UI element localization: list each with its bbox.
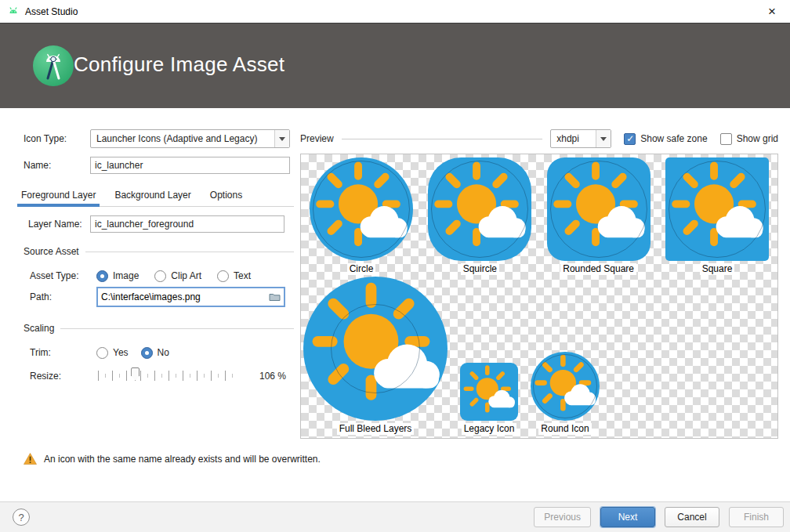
preview-icon-full-bleed: [303, 277, 448, 421]
asset-type-radio-group: Image Clip Art Text: [96, 266, 266, 285]
path-input[interactable]: [98, 291, 265, 302]
radio-trim-no[interactable]: No: [141, 347, 169, 359]
asset-studio-logo: [33, 45, 74, 86]
scaling-section-label: Scaling: [24, 323, 54, 334]
tab-background-layer[interactable]: Background Layer: [111, 186, 194, 207]
close-icon[interactable]: ×: [754, 0, 790, 23]
path-label: Path:: [30, 288, 52, 306]
preview-caption: Square: [700, 263, 735, 275]
preview-tile-squircle: Squircle: [421, 157, 538, 275]
preview-tile-rounded-square: Rounded Square: [540, 157, 658, 275]
footer-bar: ? Previous Next Cancel Finish: [0, 501, 790, 532]
radio-trim-no-control[interactable]: [141, 347, 153, 359]
preview-caption: Full Bleed Layers: [337, 423, 415, 435]
trim-radio-group: Yes No: [96, 343, 185, 362]
preview-caption: Round Icon: [538, 423, 591, 435]
trim-label: Trim:: [30, 343, 51, 362]
preview-caption: Squircle: [461, 263, 499, 275]
section-divider: [85, 252, 294, 252]
cancel-button[interactable]: Cancel: [665, 507, 719, 527]
next-button[interactable]: Next: [600, 507, 655, 527]
show-safe-zone-label: Show safe zone: [640, 133, 707, 144]
show-grid-label: Show grid: [737, 133, 778, 144]
layer-name-label: Layer Name:: [28, 215, 82, 233]
preview-tile-full-bleed: Full Bleed Layers: [303, 277, 448, 435]
radio-text-control[interactable]: [217, 270, 229, 282]
scaling-section: Scaling: [24, 322, 294, 335]
preview-tile-round: Round Icon: [531, 352, 600, 435]
preview-icon-squircle: [428, 157, 531, 261]
warning-text: An icon with the same name already exist…: [44, 454, 321, 465]
show-safe-zone-checkbox[interactable]: [624, 133, 636, 145]
footer-buttons: Previous Next Cancel Finish: [534, 507, 784, 527]
warning-row: An icon with the same name already exist…: [24, 453, 321, 465]
preview-caption: Circle: [347, 263, 376, 275]
android-icon: [7, 5, 20, 18]
safe-zone-ring: [669, 161, 766, 258]
chevron-down-icon: [274, 130, 289, 147]
window-titlebar: Asset Studio ×: [0, 0, 790, 24]
preview-row-adaptive: Circle Squircle Rounded Square: [303, 157, 776, 275]
preview-tile-square: Square: [658, 157, 776, 275]
safe-zone-ring: [331, 304, 420, 393]
safe-zone-ring: [313, 161, 410, 258]
radio-clip-art[interactable]: Clip Art: [154, 270, 201, 282]
radio-trim-yes[interactable]: Yes: [96, 347, 129, 359]
radio-image[interactable]: Image: [96, 270, 139, 282]
preview-caption: Legacy Icon: [462, 423, 517, 435]
tab-foreground-layer[interactable]: Foreground Layer: [17, 186, 100, 207]
layer-name-input[interactable]: [90, 215, 284, 233]
icon-type-value: Launcher Icons (Adaptive and Legacy): [91, 133, 274, 144]
preview-canvas: Circle Squircle Rounded Square: [300, 154, 778, 439]
show-safe-zone-option[interactable]: Show safe zone: [624, 133, 707, 145]
radio-text[interactable]: Text: [217, 270, 251, 282]
browse-folder-button[interactable]: [265, 289, 284, 305]
radio-trim-yes-label: Yes: [113, 347, 129, 358]
radio-trim-yes-control[interactable]: [96, 347, 108, 359]
radio-trim-no-label: No: [158, 347, 169, 358]
icon-type-label: Icon Type:: [24, 129, 67, 148]
icon-type-select[interactable]: Launcher Icons (Adaptive and Legacy): [90, 129, 290, 148]
window-title: Asset Studio: [25, 6, 78, 17]
asset-type-label: Asset Type:: [30, 266, 78, 285]
radio-clip-art-control[interactable]: [154, 270, 166, 282]
preview-icon-round: [531, 352, 600, 421]
slider-ticks: [98, 371, 237, 381]
asset-studio-dialog: Asset Studio ×: [0, 0, 790, 532]
preview-divider: [342, 139, 543, 139]
folder-icon: [269, 292, 281, 302]
radio-clip-art-label: Clip Art: [171, 270, 201, 281]
preview-icon-rounded-square: [547, 157, 650, 261]
safe-zone-ring: [533, 354, 598, 419]
density-value: xhdpi: [551, 133, 596, 144]
show-grid-checkbox[interactable]: [720, 133, 732, 145]
page-title: Configure Image Asset: [74, 52, 284, 77]
preview-caption: Rounded Square: [560, 263, 636, 275]
preview-icon-circle: [310, 157, 413, 261]
section-divider: [60, 328, 294, 329]
resize-slider[interactable]: [96, 367, 239, 384]
resize-value: 106 %: [259, 367, 286, 385]
main-content: Icon Type: Launcher Icons (Adaptive and …: [0, 108, 790, 501]
preview-header: Preview xhdpi Show safe zone Show grid: [300, 129, 778, 148]
source-asset-section: Source Asset: [24, 245, 294, 258]
radio-text-label: Text: [234, 270, 251, 281]
warning-icon: [24, 453, 37, 465]
source-asset-section-label: Source Asset: [24, 246, 79, 257]
show-grid-option[interactable]: Show grid: [720, 133, 778, 145]
resize-label: Resize:: [30, 367, 61, 385]
header-banner: Configure Image Asset: [0, 24, 790, 108]
preview-icon-legacy: [460, 363, 518, 421]
radio-image-control[interactable]: [96, 270, 108, 282]
preview-tile-circle: Circle: [303, 157, 420, 275]
previous-button[interactable]: Previous: [534, 507, 591, 527]
finish-button[interactable]: Finish: [729, 507, 784, 527]
radio-image-label: Image: [113, 270, 139, 281]
preview-tile-legacy: Legacy Icon: [460, 363, 518, 435]
preview-icon-square: [665, 157, 769, 261]
tab-options[interactable]: Options: [206, 186, 246, 207]
name-input[interactable]: [90, 157, 290, 174]
help-button[interactable]: ?: [13, 508, 30, 526]
density-select[interactable]: xhdpi: [550, 129, 611, 148]
path-field: [96, 287, 285, 307]
